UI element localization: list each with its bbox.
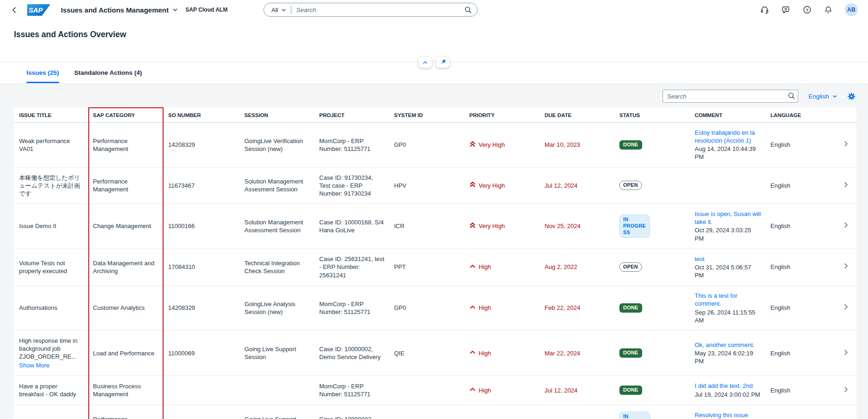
svg-text:?: ? <box>806 7 809 13</box>
comment-date: May 23, 2024 6:02:19 PM <box>695 349 761 365</box>
chevron-right-icon[interactable] <box>843 349 849 355</box>
show-more-link[interactable]: Show More <box>19 361 50 369</box>
language: English <box>766 249 835 285</box>
so-number: 14208329 <box>164 123 240 168</box>
col-session[interactable]: SESSION <box>240 107 315 123</box>
tab-standalone-actions[interactable]: Standalone Actions (4) <box>74 62 142 83</box>
sap-category: Performance Management <box>88 405 164 419</box>
feedback-icon[interactable] <box>781 5 790 14</box>
language: English <box>766 330 835 376</box>
search-icon[interactable] <box>788 92 795 101</box>
session: Solution Management Assesment Session <box>240 167 315 203</box>
table-row[interactable]: Authorisations Customer Analytics 142083… <box>14 286 856 331</box>
chevron-down-icon <box>281 7 286 13</box>
chevron-down-icon <box>832 94 837 99</box>
svg-text:SAP: SAP <box>28 7 43 14</box>
col-language[interactable]: LANGUAGE <box>766 107 835 123</box>
comment-link[interactable]: I did add the text. 2nd <box>695 382 761 390</box>
issue-title: Authorisations <box>19 304 84 312</box>
avatar[interactable]: AB <box>845 3 858 16</box>
issue-title: Volume Tests not properly executed <box>19 259 84 275</box>
tab-issues[interactable]: Issues (25) <box>26 62 59 83</box>
system-id: GP0 <box>389 123 465 168</box>
app-title: Issues and Actions Management <box>61 6 169 14</box>
comment-link[interactable]: Ok, another comment. <box>695 341 761 349</box>
gear-icon <box>848 92 855 100</box>
table-row[interactable]: Issue Demo II Change Management 11000166… <box>14 204 856 249</box>
session: GoingLive Verification Session (new) <box>240 123 315 168</box>
notifications-icon[interactable] <box>824 6 833 14</box>
so-number: 11673467 <box>164 167 240 203</box>
table-header-row: ISSUE TITLE SAP CATEGORY SO NUMBER SESSI… <box>14 107 856 123</box>
project: MomCorp - ERP Number: 51125771 <box>315 286 389 331</box>
system-id: QIE <box>389 405 465 419</box>
issue-title: Weak performance VA01 <box>19 137 84 153</box>
col-system-id[interactable]: SYSTEM ID <box>389 107 465 123</box>
search-scope-select[interactable]: All <box>264 7 291 13</box>
comment-link[interactable]: test <box>695 255 761 263</box>
chevron-right-icon[interactable] <box>843 182 849 188</box>
comment-link[interactable]: Resolving this issue now. <box>695 411 761 419</box>
sap-category: Load and Performance <box>88 330 164 376</box>
col-issue-title[interactable]: ISSUE TITLE <box>14 107 88 123</box>
col-due-date[interactable]: DUE DATE <box>540 107 615 123</box>
chevron-right-icon[interactable] <box>843 304 849 310</box>
project: Case ID: 10000168, S/4 Hana GoLive <box>315 204 389 249</box>
comment-date: Oct 29, 2024 3:03:25 PM <box>695 226 761 242</box>
back-button[interactable] <box>7 3 20 16</box>
search-icon[interactable] <box>464 6 472 13</box>
project: Case ID: 25631241, test - ERP Number: 25… <box>315 249 389 285</box>
pin-header-button[interactable] <box>436 57 450 68</box>
table-row[interactable]: Have a proper breakfast - OK daddy Busin… <box>14 376 856 405</box>
language: English <box>766 405 835 419</box>
col-project[interactable]: PROJECT <box>315 107 389 123</box>
so-number: 11000166 <box>164 204 240 249</box>
table-search-input[interactable] <box>663 90 798 103</box>
table-row[interactable]: Weak performance VA01 Performance Manage… <box>14 123 856 168</box>
col-status[interactable]: STATUS <box>615 107 690 123</box>
due-date: Mar 22, 2024 <box>545 350 580 357</box>
so-number: 17084310 <box>164 249 240 285</box>
table-row[interactable]: Performance VA01 slow Performance Manage… <box>14 405 856 419</box>
table-toolbar: English <box>14 83 856 107</box>
comment-link[interactable]: This is a test for comment. <box>695 292 761 308</box>
pin-icon <box>440 59 447 66</box>
status-badge: IN PROGRESS <box>619 412 650 419</box>
help-icon[interactable]: ? <box>802 5 812 14</box>
priority-very-high-icon <box>469 181 476 190</box>
table-row[interactable]: Volume Tests not properly executed Data … <box>14 249 856 285</box>
language-value: English <box>809 93 829 100</box>
language-select[interactable]: English <box>809 93 837 100</box>
product-name: SAP Cloud ALM <box>185 7 228 13</box>
col-priority[interactable]: PRIORITY <box>465 107 540 123</box>
col-comment[interactable]: COMMENT <box>690 107 766 123</box>
chevron-up-icon <box>422 59 428 65</box>
headset-icon[interactable] <box>760 6 769 14</box>
chevron-right-icon[interactable] <box>843 222 849 228</box>
priority-label: High <box>479 386 491 394</box>
so-number: 14208329 <box>164 286 240 331</box>
col-so-number[interactable]: SO NUMBER <box>164 107 240 123</box>
chevron-right-icon[interactable] <box>843 386 849 393</box>
table-row[interactable]: High response time in background job ZJO… <box>14 330 856 376</box>
search-scope-value: All <box>271 7 278 13</box>
issues-table-card: ISSUE TITLE SAP CATEGORY SO NUMBER SESSI… <box>14 107 856 419</box>
issue-title: Have a proper breakfast - OK daddy <box>19 382 84 398</box>
chevron-right-icon[interactable] <box>843 141 849 147</box>
due-date: Mar 10, 2023 <box>545 141 580 148</box>
so-number: 11000069 <box>164 405 240 419</box>
global-search-input[interactable] <box>291 7 464 13</box>
comment-link[interactable]: Estoy trabajando en la resolución (Acció… <box>695 129 761 144</box>
sap-category: Performance Management <box>88 123 164 168</box>
table-row[interactable]: 本稼働を想定したボリュームテストが未計画です Performance Manag… <box>14 167 856 203</box>
comment-link[interactable]: Issue is open, Susan will take it. <box>695 210 761 226</box>
header-divider <box>0 62 868 62</box>
collapse-header-button[interactable] <box>418 57 432 68</box>
settings-button[interactable] <box>848 92 855 100</box>
app-title-menu[interactable]: Issues and Actions Management <box>61 6 178 14</box>
col-sap-category[interactable]: SAP CATEGORY <box>88 107 164 123</box>
priority-label: High <box>479 263 491 271</box>
system-id: HPV <box>389 167 465 203</box>
chevron-right-icon[interactable] <box>843 263 849 269</box>
due-date: Jul 12, 2024 <box>545 182 578 189</box>
